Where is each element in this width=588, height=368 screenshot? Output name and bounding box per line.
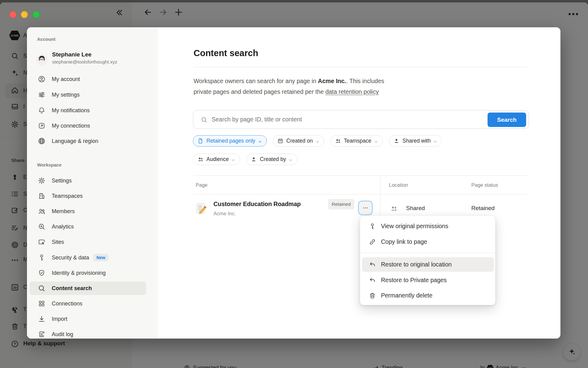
browser-cursor-icon (38, 238, 46, 246)
menu-item-label: Restore to original location (381, 261, 452, 268)
search-input[interactable] (211, 110, 481, 128)
people-icon (335, 138, 341, 144)
table-top-border (194, 175, 527, 176)
filter-shared-with[interactable]: Shared with (389, 135, 442, 147)
menu-item-restore-private-pages[interactable]: Restore to Private pages (362, 273, 494, 287)
chevron-down-icon (258, 139, 262, 143)
link-icon (369, 238, 376, 246)
filter-label: Shared with (402, 138, 431, 144)
filter-label: Retained pages only (206, 138, 255, 144)
globe-icon (38, 137, 46, 145)
sidebar-item-content-search[interactable]: Content search (30, 282, 146, 295)
sidebar-item-security-data[interactable]: Security & data New (30, 251, 146, 264)
sidebar-item-label: Members (52, 208, 75, 215)
sidebar-item-analytics[interactable]: Analytics (30, 220, 146, 233)
sidebar-item-import[interactable]: Import (30, 312, 146, 326)
row-more-button[interactable] (359, 201, 372, 214)
user-email: stephanie@toolsforthought.xyz (52, 59, 117, 65)
page-icon (197, 138, 204, 144)
filter-created-on[interactable]: Created on (273, 135, 324, 147)
sidebar-item-label: Security & data (52, 255, 89, 261)
minimize-window-button[interactable] (21, 11, 28, 18)
description-text: private pages and deleted pages retained… (194, 88, 325, 95)
person-icon (251, 156, 257, 163)
description-workspace-name: Acme Inc. (318, 78, 346, 84)
sidebar-item-identity-provisioning[interactable]: Identity & provisioning (30, 266, 146, 280)
menu-item-permanently-delete[interactable]: Permanently delete (362, 288, 494, 303)
sidebar-item-audit-log[interactable]: Audit log (30, 328, 146, 339)
shield-check-icon (38, 269, 46, 277)
sidebar-item-my-connections[interactable]: My connections (30, 119, 146, 132)
row-workspace: Acme Inc. (213, 211, 236, 217)
filter-audience[interactable]: Audience (193, 154, 240, 165)
ellipsis-icon (362, 205, 369, 211)
person-icon (393, 138, 400, 144)
building-icon (38, 192, 46, 200)
column-header-page-status: Page status (471, 182, 498, 188)
sidebar-item-label: Sites (52, 239, 64, 245)
shared-people-icon (390, 205, 398, 213)
chevron-down-icon (315, 139, 320, 143)
sidebar-item-label: Language & region (52, 138, 98, 144)
data-retention-policy-link[interactable]: data retention policy (325, 88, 379, 95)
settings-sidebar: Account Stephanie Lee stephanie@toolsfor… (27, 27, 158, 339)
menu-item-copy-link[interactable]: Copy link to page (362, 235, 494, 249)
person-circle-icon (38, 75, 46, 83)
content-search-panel: Content search Workspace owners can sear… (158, 27, 560, 339)
gear-icon (38, 177, 46, 185)
page-title: Content search (194, 48, 258, 58)
sidebar-item-sites[interactable]: Sites (30, 235, 146, 249)
chevron-down-icon (374, 139, 378, 143)
table-header-border (194, 194, 527, 194)
filter-label: Audience (206, 156, 229, 163)
sidebar-item-label: Teamspaces (52, 193, 83, 199)
menu-item-label: View original permissions (381, 223, 448, 230)
filter-retained-pages-only[interactable]: Retained pages only (193, 135, 267, 147)
row-location: Shared (406, 205, 425, 212)
magnifier-icon (38, 284, 46, 292)
external-link-icon (38, 122, 46, 130)
app-window: ACME A S N H I S Share E S C N D M 20 C … (0, 2, 588, 368)
description-text: Workspace owners can search for any page… (194, 78, 318, 84)
menu-item-label: Restore to Private pages (381, 277, 447, 284)
new-badge: New (93, 254, 108, 261)
filter-created-by[interactable]: Created by (246, 154, 297, 165)
filter-teamspace[interactable]: Teamspace (330, 135, 383, 147)
sidebar-item-label: Identity & provisioning (52, 270, 106, 276)
sidebar-item-label: Settings (52, 178, 72, 184)
menu-item-view-original-permissions[interactable]: View original permissions (362, 219, 494, 233)
sidebar-item-connections[interactable]: Connections (30, 297, 146, 310)
search-button[interactable]: Search (488, 113, 526, 127)
chevron-down-icon (433, 139, 437, 143)
row-page-title[interactable]: Customer Education Roadmap (213, 201, 301, 208)
sidebar-item-teamspaces[interactable]: Teamspaces (30, 189, 146, 203)
column-header-location: Location (389, 182, 408, 188)
menu-item-restore-original-location[interactable]: Restore to original location (362, 257, 494, 272)
search-bar: Search (193, 110, 529, 129)
screenshot-stage: ACME A S N H I S Share E S C N D M 20 C … (0, 0, 588, 368)
bell-icon (38, 106, 46, 114)
row-status: Retained (471, 205, 495, 212)
workspace-section-header: Workspace (37, 162, 62, 167)
sidebar-item-my-settings[interactable]: My settings (30, 88, 146, 102)
sidebar-item-language-region[interactable]: Language & region (30, 134, 146, 148)
sidebar-item-label: Audit log (52, 331, 73, 338)
column-header-page: Page (196, 182, 208, 188)
sidebar-item-label: My settings (52, 92, 80, 98)
scroll-icon (38, 330, 46, 338)
sidebar-item-my-account[interactable]: My account (30, 72, 146, 86)
account-section-header: Account (37, 36, 55, 42)
calendar-icon (277, 138, 284, 144)
close-window-button[interactable] (9, 11, 17, 18)
user-avatar (36, 54, 47, 66)
menu-item-label: Permanently delete (381, 292, 432, 299)
key-icon (369, 223, 376, 230)
sidebar-item-label: Import (52, 316, 67, 322)
sidebar-item-members[interactable]: Members (30, 205, 146, 218)
sidebar-item-my-notifications[interactable]: My notifications (30, 104, 146, 117)
filter-row-2: Audience Created by (193, 154, 302, 165)
sidebar-item-settings[interactable]: Settings (30, 174, 146, 187)
people-icon (197, 156, 204, 163)
memo-page-icon (196, 203, 207, 214)
zoom-window-button[interactable] (33, 11, 40, 18)
